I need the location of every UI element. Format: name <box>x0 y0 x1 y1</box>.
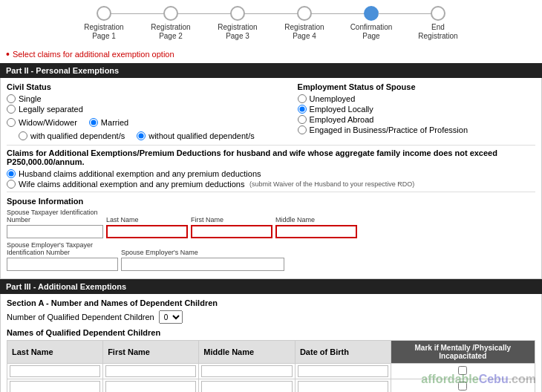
civil-status-widow[interactable]: Widow/Widower <box>7 118 77 127</box>
col-incapacitated: Mark if Mentally /Physically Incapacitat… <box>391 341 535 364</box>
table-row <box>7 379 535 393</box>
emp-engaged[interactable]: Engaged in Business/Practice of Professi… <box>298 125 535 134</box>
spouse-tin-input[interactable] <box>7 225 103 238</box>
step-conf[interactable]: ConfirmationPage <box>338 6 405 41</box>
col-first-name: First Name <box>103 341 199 364</box>
row1-dob[interactable] <box>298 365 388 377</box>
radio-employed-abroad[interactable] <box>298 115 307 124</box>
radio-wife-claims[interactable] <box>7 180 16 189</box>
part3-header: Part III - Additional Exemptions <box>0 279 542 294</box>
step-label-reg1: RegistrationPage 1 <box>84 23 123 41</box>
dependent-count-row: Number of Qualified Dependent Children 0… <box>7 310 535 324</box>
emp-employed-locally[interactable]: Employed Locally <box>298 105 535 114</box>
civil-status-legally-separated[interactable]: Legally separated <box>7 105 298 114</box>
spouse-middlename-field: Middle Name <box>275 216 357 238</box>
step-circle-reg4 <box>297 6 312 21</box>
civil-status-options: Single Legally separated Widow/Widower M… <box>7 94 298 140</box>
step-label-end: EndRegistration <box>418 23 457 41</box>
label-single: Single <box>19 94 42 103</box>
step-reg4[interactable]: RegistrationPage 4 <box>271 6 338 41</box>
civil-status-section: Civil Status Single Legally separated Wi… <box>7 82 298 140</box>
step-circle-reg1 <box>97 6 111 21</box>
step-circle-reg2 <box>163 6 178 21</box>
spouse-section: Spouse Information Spouse Taxpayer Ident… <box>7 197 535 271</box>
row2-last-name[interactable] <box>10 381 100 392</box>
label-married: Married <box>101 118 128 127</box>
radio-with-dep[interactable] <box>19 131 27 140</box>
radio-widow[interactable] <box>7 118 16 127</box>
step-reg1[interactable]: RegistrationPage 1 <box>71 6 137 41</box>
radio-legally-separated[interactable] <box>7 105 16 114</box>
spouse-lastname-field: Last Name <box>106 216 188 238</box>
step-label-conf: ConfirmationPage <box>350 23 393 41</box>
employer-name-label: Spouse Employer's Name <box>121 249 284 256</box>
spouse-middlename-input[interactable] <box>275 225 357 238</box>
row2-first-name[interactable] <box>105 381 196 392</box>
step-reg2[interactable]: RegistrationPage 2 <box>137 6 204 41</box>
claims-title: Claims for Additional Exemptions/Premium… <box>7 146 535 169</box>
label-legally-separated: Legally separated <box>19 105 83 114</box>
col-last-name: Last Name <box>7 341 103 364</box>
employer-name-input[interactable] <box>121 258 284 271</box>
spouse-firstname-input[interactable] <box>191 225 272 238</box>
step-circle-end <box>431 6 445 21</box>
stepper: RegistrationPage 1 RegistrationPage 2 Re… <box>0 0 542 45</box>
row2-middle-name[interactable] <box>201 381 293 392</box>
label-without-dep: without qualified dependent/s <box>148 131 255 140</box>
radio-employed-locally[interactable] <box>298 105 307 114</box>
employer-tin-input[interactable] <box>7 258 118 271</box>
part2-header: Part II - Personal Exemptions <box>0 63 542 78</box>
row1-first-name[interactable] <box>105 365 196 377</box>
married-row: Widow/Widower Married <box>7 118 298 127</box>
col-middle-name: Middle Name <box>199 341 296 364</box>
label-with-dep: with qualified dependent/s <box>30 131 125 140</box>
step-circle-conf <box>364 6 379 21</box>
part2-content: Civil Status Single Legally separated Wi… <box>0 78 542 279</box>
label-employed-abroad: Employed Abroad <box>310 115 374 124</box>
radio-engaged[interactable] <box>298 125 307 134</box>
row2-incapacitated[interactable] <box>458 382 467 391</box>
row2-dob[interactable] <box>298 381 388 392</box>
col-dob: Date of Birth <box>295 341 391 364</box>
radio-married[interactable] <box>89 118 98 127</box>
section-a-title: Section A - Number and Names of Dependen… <box>7 298 535 307</box>
spouse-lastname-input[interactable] <box>106 225 188 238</box>
row1-middle-name[interactable] <box>201 365 293 377</box>
spouse-lastname-label: Last Name <box>106 216 188 223</box>
radio-without-dep[interactable] <box>137 131 146 140</box>
dependent-count-select[interactable]: 0 1 2 3 4 <box>159 310 183 324</box>
radio-unemployed[interactable] <box>298 94 307 103</box>
civil-status-with-dep[interactable]: with qualified dependent/s <box>19 131 125 140</box>
table-row <box>7 364 535 379</box>
emp-unemployed[interactable]: Unemployed <box>298 94 535 103</box>
label-wife-claims: Wife claims additional exemption and any… <box>19 180 245 189</box>
emp-employed-abroad[interactable]: Employed Abroad <box>298 115 535 124</box>
names-title: Names of Qualified Dependent Children <box>7 328 535 337</box>
spouse-name-row: Spouse Taxpayer Identification Number La… <box>7 209 535 238</box>
civil-status-title: Civil Status <box>7 82 298 91</box>
spouse-firstname-field: First Name <box>191 216 272 238</box>
employer-tin-label: Spouse Employer's Taxpayer Identificatio… <box>7 241 118 256</box>
spouse-tin-field: Spouse Taxpayer Identification Number <box>7 209 103 238</box>
spouse-tin-label: Spouse Taxpayer Identification Number <box>7 209 103 223</box>
spouse-employer-row: Spouse Employer's Taxpayer Identificatio… <box>7 241 535 271</box>
radio-husband-claims[interactable] <box>7 169 16 178</box>
spouse-title: Spouse Information <box>7 197 535 206</box>
step-end[interactable]: EndRegistration <box>405 6 471 41</box>
claims-alert: Select claims for additional exemption o… <box>0 45 542 63</box>
step-reg3[interactable]: RegistrationPage 3 <box>204 6 271 41</box>
part2-columns: Civil Status Single Legally separated Wi… <box>7 82 535 140</box>
employment-status-options: Unemployed Employed Locally Employed Abr… <box>298 94 535 134</box>
civil-status-without-dep[interactable]: without qualified dependent/s <box>137 131 255 140</box>
step-label-reg4: RegistrationPage 4 <box>284 23 324 41</box>
row1-incapacitated[interactable] <box>458 366 467 375</box>
claims-husband[interactable]: Husband claims additional exemption and … <box>7 169 535 178</box>
civil-status-married[interactable]: Married <box>89 118 128 127</box>
dependent-row: with qualified dependent/s without quali… <box>7 131 298 140</box>
radio-single[interactable] <box>7 94 16 103</box>
claims-wife[interactable]: Wife claims additional exemption and any… <box>7 180 535 189</box>
row1-last-name[interactable] <box>10 365 100 377</box>
employer-name-field: Spouse Employer's Name <box>121 249 284 271</box>
civil-status-single[interactable]: Single <box>7 94 298 103</box>
label-unemployed: Unemployed <box>310 94 356 103</box>
